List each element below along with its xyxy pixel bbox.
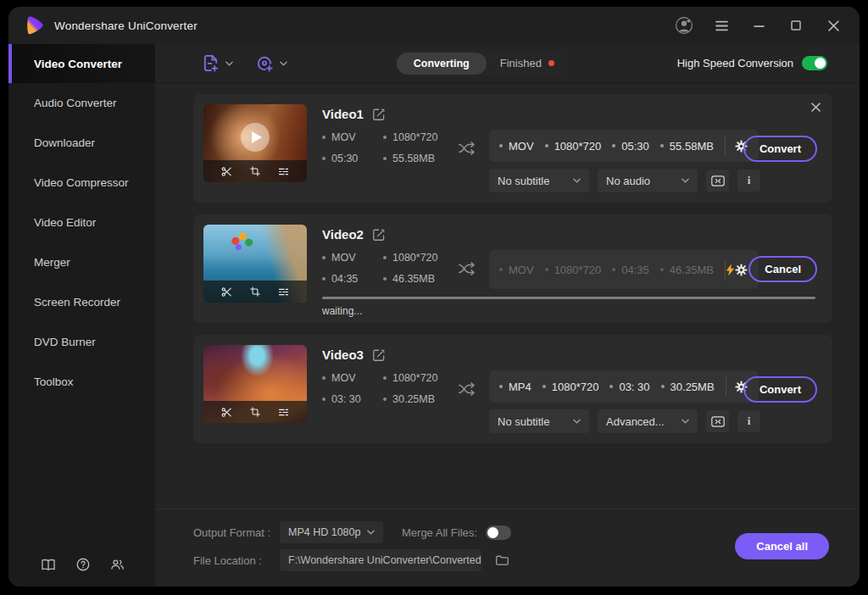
subtitle-style-icon[interactable]: [706, 170, 729, 192]
edit-icon[interactable]: [372, 228, 386, 242]
sidebar-item-merger[interactable]: Merger: [8, 242, 155, 282]
file-location-select[interactable]: F:\Wondershare UniConverter\Converted: [280, 549, 481, 571]
tab-bar: Converting Finished: [395, 51, 570, 76]
tab-finished[interactable]: Finished: [487, 57, 568, 70]
add-file-icon: [201, 53, 220, 73]
title-bar: Wondershare UniConverter: [8, 7, 860, 44]
community-icon[interactable]: [110, 559, 125, 570]
target-format: MOV: [509, 264, 534, 276]
sidebar-item-video-editor[interactable]: Video Editor: [8, 203, 155, 242]
minimize-icon[interactable]: [749, 16, 768, 35]
trim-icon[interactable]: [220, 406, 233, 419]
audio-select[interactable]: Advanced...: [598, 409, 698, 433]
high-speed-toggle[interactable]: [802, 56, 827, 70]
tab-converting[interactable]: Converting: [397, 53, 487, 75]
sidebar-item-toolbox[interactable]: Toolbox: [8, 362, 155, 402]
sidebar-item-screen-recorder[interactable]: Screen Recorder: [8, 282, 155, 322]
source-resolution: 1080*720: [392, 252, 438, 264]
merge-all-files-label: Merge All Files:: [402, 526, 477, 539]
app-title: Wondershare UniConverter: [54, 19, 198, 32]
video-thumbnail[interactable]: [203, 104, 307, 182]
tab-converting-label: Converting: [414, 58, 470, 70]
load-dvd-button[interactable]: [255, 53, 287, 73]
convert-button[interactable]: Convert: [743, 376, 817, 403]
target-size: 55.58MB: [670, 140, 714, 153]
sidebar-item-dvd-burner[interactable]: DVD Burner: [8, 322, 155, 362]
sidebar-item-label: Toolbox: [34, 375, 74, 388]
audio-select[interactable]: No audio: [598, 169, 698, 192]
output-settings-box[interactable]: MP4 1080*720 03: 30 30.25MB: [489, 370, 759, 403]
video-thumbnail[interactable]: [203, 345, 307, 423]
subtitle-select[interactable]: No subtitle: [489, 169, 589, 192]
play-icon[interactable]: [241, 123, 270, 152]
tab-finished-label: Finished: [500, 57, 542, 70]
account-icon[interactable]: [675, 16, 693, 35]
video-thumbnail[interactable]: [203, 225, 307, 303]
target-duration: 03: 30: [619, 381, 649, 393]
effects-icon[interactable]: [277, 165, 290, 178]
cancel-all-button[interactable]: Cancel all: [735, 533, 829, 559]
subtitle-style-icon[interactable]: [706, 410, 729, 432]
info-icon[interactable]: i: [737, 410, 760, 432]
crop-icon[interactable]: [249, 406, 261, 418]
output-format-select[interactable]: MP4 HD 1080p: [280, 521, 383, 543]
chevron-down-icon: [367, 530, 375, 535]
guide-icon[interactable]: [41, 559, 56, 571]
open-folder-icon[interactable]: [495, 554, 509, 566]
sidebar-item-video-converter[interactable]: Video Converter: [8, 44, 155, 83]
trim-icon[interactable]: [220, 165, 233, 178]
chevron-down-icon: [573, 419, 581, 424]
sidebar-item-video-compressor[interactable]: Video Compressor: [8, 163, 155, 203]
finished-badge: [548, 60, 554, 66]
effects-icon[interactable]: [277, 286, 290, 298]
source-format: MOV: [331, 131, 355, 143]
target-size: 30.25MB: [670, 381, 715, 393]
sidebar: Video Converter Audio Converter Download…: [8, 44, 155, 587]
thumbnail-toolbar: [203, 160, 307, 182]
thumbnail-toolbar: [203, 401, 307, 423]
output-settings-box[interactable]: MOV 1080*720 04:35 46.35MB: [489, 250, 759, 289]
info-icon[interactable]: i: [737, 170, 760, 192]
maximize-icon[interactable]: [787, 16, 805, 35]
cancel-button[interactable]: Cancel: [748, 256, 817, 282]
effects-icon[interactable]: [277, 406, 290, 419]
crop-icon[interactable]: [249, 286, 261, 298]
source-duration: 03: 30: [331, 393, 361, 405]
chevron-down-icon: [280, 61, 287, 66]
chevron-down-icon: [682, 178, 689, 183]
source-duration: 05:30: [331, 153, 358, 164]
close-icon[interactable]: [824, 16, 843, 35]
sidebar-item-label: Audio Converter: [34, 97, 117, 109]
output-format-value: MP4 HD 1080p: [288, 526, 360, 538]
footer-bar: Output Format : MP4 HD 1080p Merge All F…: [155, 509, 860, 587]
output-settings-box[interactable]: MOV 1080*720 05:30 55.58MB: [489, 130, 759, 162]
app-window: Wondershare UniConverter: [8, 7, 860, 587]
file-location-label: File Location :: [193, 554, 278, 567]
convert-button[interactable]: Convert: [743, 136, 817, 162]
merge-all-files-toggle[interactable]: [486, 525, 511, 540]
target-duration: 04:35: [621, 264, 649, 276]
help-icon[interactable]: [76, 558, 90, 571]
target-format: MP4: [509, 381, 531, 393]
subtitle-select[interactable]: No subtitle: [489, 409, 589, 433]
sidebar-item-downloader[interactable]: Downloader: [8, 123, 155, 163]
converter-toolbar: Converting Finished High Speed Conversio…: [155, 44, 860, 83]
menu-icon[interactable]: [712, 16, 731, 35]
sidebar-item-label: DVD Burner: [34, 336, 96, 348]
edit-icon[interactable]: [372, 108, 386, 121]
remove-task-icon[interactable]: [811, 103, 821, 112]
crop-icon[interactable]: [249, 165, 261, 177]
edit-icon[interactable]: [372, 348, 386, 362]
video-title: Video1: [322, 107, 364, 121]
high-speed-label: High Speed Conversion: [677, 57, 793, 70]
video-title: Video2: [322, 227, 364, 242]
audio-select-value: No audio: [606, 175, 650, 187]
subtitle-select-value: No subtitle: [498, 415, 549, 428]
sidebar-item-audio-converter[interactable]: Audio Converter: [8, 83, 155, 123]
sidebar-item-label: Downloader: [34, 136, 95, 149]
trim-icon[interactable]: [220, 286, 233, 298]
app-logo-icon: [24, 14, 46, 36]
subtitle-select-value: No subtitle: [498, 175, 549, 187]
file-location-value: F:\Wondershare UniConverter\Converted: [288, 554, 481, 566]
add-files-button[interactable]: [201, 53, 233, 73]
